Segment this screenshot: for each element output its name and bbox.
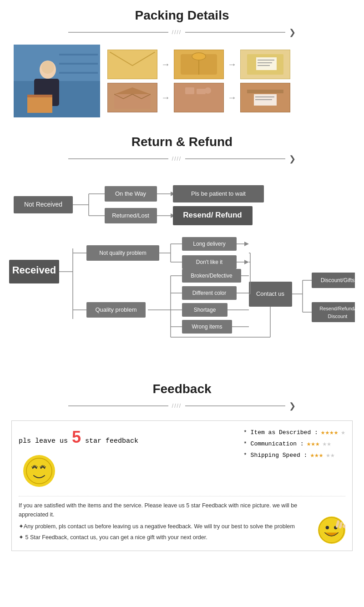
packing-header: Packing Details — [0, 8, 364, 23]
svg-text:Different color: Different color — [192, 290, 226, 296]
chevron-down-icon: ❯ — [289, 27, 296, 37]
svg-point-106 — [26, 458, 52, 484]
sealed-box — [240, 83, 290, 112]
svg-rect-9 — [27, 95, 52, 97]
divider-hatch: //// — [172, 29, 182, 35]
svg-point-13 — [192, 53, 206, 60]
feedback-body-text: If you are satisfied with the items and … — [19, 501, 313, 544]
svg-text:Not quality problem: Not quality problem — [99, 250, 146, 256]
rating-empty-2: ★★ — [323, 439, 331, 448]
svg-rect-3 — [59, 63, 98, 65]
divider-line-right — [185, 32, 285, 33]
rating-empty-1: ★ — [341, 428, 345, 437]
feedback-divider-left — [68, 405, 168, 406]
return-divider-left — [68, 158, 168, 159]
svg-point-7 — [41, 61, 54, 74]
rating-row-1: * Item as Described : ★★★★★ — [243, 428, 345, 437]
rating-stars-1: ★★★★ — [321, 428, 339, 437]
rating-empty-3: ★★ — [326, 450, 334, 460]
svg-rect-26 — [247, 90, 283, 93]
arrow-icon-2: → — [228, 59, 237, 70]
svg-rect-21 — [181, 92, 217, 109]
feedback-title: Feedback — [152, 382, 211, 396]
rating-label-3: * Shipping Speed : — [243, 452, 307, 459]
svg-text:On the Way: On the Way — [115, 190, 147, 197]
return-divider: //// ❯ — [0, 154, 364, 164]
svg-point-24 — [205, 87, 211, 94]
svg-line-113 — [41, 465, 42, 467]
svg-marker-61 — [244, 242, 249, 246]
packing-steps: → → — [107, 50, 350, 112]
return-chevron-icon: ❯ — [289, 154, 296, 164]
svg-rect-2 — [59, 54, 98, 56]
feedback-section: pls leave us 5 star feedback — [0, 414, 364, 565]
rating-stars-2: ★★★ — [307, 439, 320, 448]
worker-image — [14, 45, 100, 117]
feedback-invite-text: pls leave us 5 star feedback — [19, 428, 138, 447]
svg-text:Shortage: Shortage — [194, 307, 216, 313]
svg-rect-96 — [312, 302, 355, 322]
svg-text:Returned/Lost: Returned/Lost — [112, 212, 149, 219]
happy-smiley-face — [318, 516, 345, 544]
feedback-divider: //// ❯ — [0, 401, 364, 411]
svg-rect-15 — [256, 57, 277, 70]
feedback-text-1: If you are satisfied with the items and … — [19, 501, 313, 519]
svg-text:Resend/Refund/: Resend/Refund/ — [319, 306, 355, 311]
arrow-icon-1: → — [161, 59, 170, 70]
feedback-bottom-area: If you are satisfied with the items and … — [19, 501, 345, 544]
svg-text:Discount: Discount — [328, 314, 348, 319]
svg-text:Long delivery: Long delivery — [193, 241, 225, 247]
svg-line-108 — [33, 465, 34, 467]
open-box — [107, 83, 157, 112]
feedback-top-area: pls leave us 5 star feedback — [19, 428, 345, 496]
svg-text:Received: Received — [12, 264, 56, 276]
arrow-icon-3: → — [161, 92, 170, 103]
svg-rect-22 — [185, 87, 194, 94]
svg-point-117 — [319, 517, 344, 542]
invite-prefix: pls leave us — [19, 437, 68, 445]
packing-section: → → — [0, 40, 364, 126]
svg-text:Discount/Gifts: Discount/Gifts — [321, 277, 355, 283]
star-number: 5 — [72, 428, 81, 446]
svg-rect-4 — [59, 72, 98, 74]
svg-line-110 — [35, 465, 36, 467]
feedback-ratings: * Item as Described : ★★★★★ * Communicat… — [243, 428, 345, 462]
packing-images: → → — [14, 45, 350, 117]
svg-text:Wrong items: Wrong items — [192, 324, 222, 330]
rating-label-2: * Communication : — [243, 440, 304, 447]
rating-row-2: * Communication : ★★★★★ — [243, 439, 345, 448]
return-section: Not Received On the Way Pls be patient t… — [0, 167, 364, 374]
rating-stars-3: ★★★ — [310, 450, 323, 460]
rating-label-1: * Item as Described : — [243, 429, 318, 436]
svg-text:Don't like it: Don't like it — [196, 259, 223, 265]
feedback-divider-hatch: //// — [172, 403, 182, 409]
return-title: Return & Refund — [131, 135, 233, 149]
smiley-face — [23, 455, 55, 487]
svg-marker-20 — [114, 87, 151, 94]
svg-rect-23 — [197, 89, 206, 94]
svg-text:Quality problem: Quality problem — [95, 306, 136, 313]
feedback-divider-right — [185, 405, 285, 406]
svg-text:Not Received: Not Received — [24, 201, 62, 208]
final-package-1 — [240, 50, 290, 79]
feedback-text-3: ✦ 5 Star Feedback, contact us, you can g… — [19, 533, 313, 542]
rating-row-3: * Shipping Speed : ★★★★★ — [243, 450, 345, 460]
feedback-invite: pls leave us 5 star feedback — [19, 428, 138, 491]
feedback-header: Feedback — [0, 382, 364, 396]
packing-divider: //// ❯ — [0, 27, 364, 37]
return-header: Return & Refund — [0, 135, 364, 149]
svg-text:Resend/ Refund: Resend/ Refund — [183, 211, 242, 219]
svg-rect-19 — [114, 94, 151, 109]
svg-line-115 — [44, 465, 44, 467]
wrapped-package — [174, 50, 224, 79]
svg-marker-66 — [244, 260, 249, 264]
arrow-icon-4: → — [228, 92, 237, 103]
packing-title: Packing Details — [135, 8, 229, 23]
feedback-text-2: ✦Any problem, pls contact us before leav… — [19, 522, 313, 531]
box-with-items — [174, 83, 224, 112]
svg-point-118 — [326, 526, 329, 529]
packing-row-1: → → — [107, 50, 350, 79]
svg-text:Contact us: Contact us — [256, 290, 285, 297]
divider-line-left — [68, 32, 168, 33]
envelope-box — [107, 50, 157, 79]
